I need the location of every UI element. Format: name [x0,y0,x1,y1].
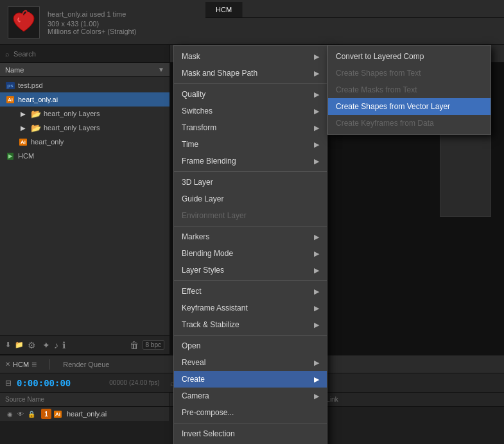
context-menu-overlay: Mask ▶ Mask and Shape Path ▶ Quality ▶ S… [0,0,504,444]
submenu-arrow-icon: ▶ [314,304,319,312]
sub-menu-item-masks-from-text: Create Masks from Text [328,81,491,98]
submenu-arrow-icon: ▶ [314,233,319,241]
submenu-arrow-icon: ▶ [314,266,319,275]
menu-separator [174,423,327,423]
submenu-arrow-icon: ▶ [314,359,319,367]
create-submenu: Convert to Layered Comp Create Shapes fr… [327,45,491,135]
menu-item-transform[interactable]: Transform ▶ [174,119,327,136]
menu-separator [174,171,327,172]
submenu-arrow-icon: ▶ [314,287,319,296]
menu-item-open[interactable]: Open [174,337,327,354]
menu-item-keyframe-assistant[interactable]: Keyframe Assistant ▶ [174,300,327,316]
menu-item-quality[interactable]: Quality ▶ [174,86,327,103]
primary-context-menu: Mask ▶ Mask and Shape Path ▶ Quality ▶ S… [173,45,327,444]
menu-item-env-layer: Environment Layer [174,207,327,224]
menu-separator [174,335,327,336]
menu-item-blending-mode[interactable]: Blending Mode ▶ [174,245,327,262]
submenu-arrow-icon: ▶ [314,157,319,166]
submenu-arrow-icon: ▶ [314,141,319,149]
submenu-arrow-icon: ▶ [314,69,319,78]
menu-item-markers[interactable]: Markers ▶ [174,228,327,245]
menu-item-pre-compose[interactable]: Pre-compose... [174,404,327,421]
submenu-arrow-icon: ▶ [314,53,319,61]
sub-menu-item-keyframes-from-data: Create Keyframes from Data [328,115,491,132]
menu-item-invert-selection[interactable]: Invert Selection [174,425,327,442]
sub-menu-item-convert-layered[interactable]: Convert to Layered Comp [328,48,491,65]
menu-item-effect[interactable]: Effect ▶ [174,283,327,300]
submenu-arrow-icon: ▶ [314,375,319,384]
menu-item-reveal[interactable]: Reveal ▶ [174,354,327,371]
submenu-arrow-icon: ▶ [314,321,319,329]
menu-item-mask-shape[interactable]: Mask and Shape Path ▶ [174,65,327,81]
submenu-arrow-icon: ▶ [314,107,319,115]
menu-separator [174,280,327,281]
menu-item-guide-layer[interactable]: Guide Layer [174,191,327,207]
menu-item-create[interactable]: Create ▶ [174,371,327,388]
submenu-arrow-icon: ▶ [314,392,319,400]
submenu-arrow-icon: ▶ [314,124,319,132]
menu-item-layer-styles[interactable]: Layer Styles ▶ [174,262,327,278]
menu-separator [174,226,327,226]
menu-item-switches[interactable]: Switches ▶ [174,103,327,119]
menu-separator [174,83,327,84]
submenu-arrow-icon: ▶ [314,90,319,99]
menu-item-camera[interactable]: Camera ▶ [174,388,327,404]
menu-item-time[interactable]: Time ▶ [174,136,327,153]
menu-item-3d-layer[interactable]: 3D Layer [174,174,327,191]
submenu-arrow-icon: ▶ [314,250,319,258]
sub-menu-item-shapes-from-text: Create Shapes from Text [328,65,491,81]
menu-item-track-stabilize[interactable]: Track & Stabilize ▶ [174,316,327,333]
menu-item-frame-blending[interactable]: Frame Blending ▶ [174,153,327,169]
sub-menu-item-shapes-from-vector[interactable]: Create Shapes from Vector Layer [328,98,491,115]
menu-item-mask[interactable]: Mask ▶ [174,48,327,65]
